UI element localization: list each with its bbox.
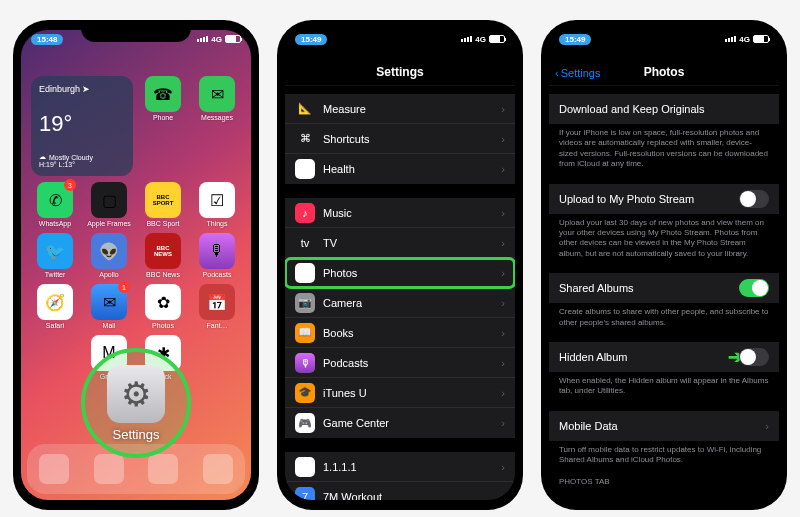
chevron-right-icon: › [501,461,505,473]
row-label: Measure [323,103,501,115]
app-icon: 📅 [199,284,235,320]
row-hidden-album[interactable]: Hidden Album➔ [549,342,779,372]
app-bbc-news[interactable]: BBCNEWSBBC News [139,233,187,278]
app-whatsapp[interactable]: ✆3WhatsApp [31,182,79,227]
cloud-icon: ☁ [39,153,46,161]
app-twitter[interactable]: 🐦Twitter [31,233,79,278]
settings-group: 📐Measure›⌘Shortcuts›❤Health› [285,94,515,184]
app-label: Mail [103,322,116,329]
settings-row-camera[interactable]: 📷Camera› [285,288,515,318]
back-button[interactable]: ‹Settings [555,67,600,79]
status-right: 4G [725,35,769,44]
settings-row-measure[interactable]: 📐Measure› [285,94,515,124]
network-label: 4G [211,35,222,44]
settings-group: Mobile Data› [549,411,779,441]
row-label: Health [323,163,501,175]
settings-row-books[interactable]: 📖Books› [285,318,515,348]
settings-row-podcasts[interactable]: 🎙Podcasts› [285,348,515,378]
notch [81,20,191,42]
app-label: Messages [201,114,233,121]
chevron-right-icon: › [765,420,769,432]
app-label: Apollo [99,271,118,278]
settings-row-shortcuts[interactable]: ⌘Shortcuts› [285,124,515,154]
chevron-right-icon: › [501,267,505,279]
app-label: Phone [153,114,173,121]
row-upload-to-my-photo-stream[interactable]: Upload to My Photo Stream [549,184,779,214]
app-icon: ✉1 [91,284,127,320]
app-messages[interactable]: ✉Messages [193,76,241,176]
row-icon: 📷 [295,293,315,313]
app-things[interactable]: ☑Things [193,182,241,227]
row-label: Books [323,327,501,339]
app-label: WhatsApp [39,220,71,227]
battery-icon [225,35,241,43]
settings-highlight[interactable]: ⚙ Settings [81,348,191,458]
chevron-left-icon: ‹ [555,67,559,79]
settings-row-tv[interactable]: tvTV› [285,228,515,258]
app-icon: ✿ [145,284,181,320]
settings-row-itunes-u[interactable]: 🎓iTunes U› [285,378,515,408]
settings-row-7m-workout[interactable]: 77M Workout› [285,482,515,500]
status-right: 4G [461,35,505,44]
dock-app[interactable] [148,454,178,484]
app-label: Things [206,220,227,227]
app-label: Podcasts [203,271,232,278]
app-label: BBC Sport [146,220,179,227]
chevron-right-icon: › [501,387,505,399]
signal-icon [461,36,472,42]
weather-temp: 19° [39,111,125,137]
weather-location: Edinburgh ➤ [39,84,125,94]
dock-app[interactable] [203,454,233,484]
badge: 1 [118,281,130,293]
toggle-switch[interactable] [739,279,769,297]
row-download-and-keep-originals[interactable]: Download and Keep Originals [549,94,779,124]
toggle-switch[interactable] [739,348,769,366]
chevron-right-icon: › [501,327,505,339]
status-time: 15:48 [31,34,63,45]
chevron-right-icon: › [501,103,505,115]
phone-settings-list: 15:49 4G Settings 📐Measure›⌘Shortcuts›❤H… [277,20,523,510]
app-safari[interactable]: 🧭Safari [31,284,79,329]
notch [345,20,455,42]
app-bbc-sport[interactable]: BBCSPORTBBC Sport [139,182,187,227]
row-label: Music [323,207,501,219]
toggle-switch[interactable] [739,190,769,208]
row-icon: 📐 [295,99,315,119]
row-label: Podcasts [323,357,501,369]
app-apple-frames[interactable]: ▢Apple Frames [85,182,133,227]
battery-icon [753,35,769,43]
row-label: iTunes U [323,387,501,399]
settings-list[interactable]: 📐Measure›⌘Shortcuts›❤Health›♪Music›tvTV›… [285,86,515,500]
settings-label: Settings [113,427,160,442]
row-icon: ⌘ [295,129,315,149]
phone-home: 15:48 4G Edinburgh ➤19°☁Mostly CloudyH:1… [13,20,259,510]
weather-widget[interactable]: Edinburgh ➤19°☁Mostly CloudyH:19° L:13° [31,76,133,176]
app-photos[interactable]: ✿Photos [139,284,187,329]
app-icon: 👽 [91,233,127,269]
row-icon: ❤ [295,159,315,179]
dock-app[interactable] [94,454,124,484]
settings-group: ①1.1.1.1›77M Workout›◉ActivityTracker›◬A… [285,452,515,500]
app-mail[interactable]: ✉1Mail [85,284,133,329]
app-icon: 🐦 [37,233,73,269]
row-label: Download and Keep Originals [559,103,769,115]
photos-settings-list[interactable]: Download and Keep OriginalsIf your iPhon… [549,86,779,500]
settings-row-health[interactable]: ❤Health› [285,154,515,184]
app-apollo[interactable]: 👽Apollo [85,233,133,278]
app-icon: BBCSPORT [145,182,181,218]
settings-row-1-1-1-1[interactable]: ①1.1.1.1› [285,452,515,482]
app-fant-[interactable]: 📅Fant… [193,284,241,329]
settings-row-photos[interactable]: ✿Photos› [285,258,515,288]
app-podcasts[interactable]: 🎙Podcasts [193,233,241,278]
row-icon: 7 [295,487,315,501]
settings-group: ♪Music›tvTV›✿Photos›📷Camera›📖Books›🎙Podc… [285,198,515,438]
app-phone[interactable]: ☎Phone [139,76,187,176]
section-header: PHOTOS TAB [549,465,779,490]
row-icon: 🎙 [295,353,315,373]
settings-row-game-center[interactable]: 🎮Game Center› [285,408,515,438]
row-mobile-data[interactable]: Mobile Data› [549,411,779,441]
settings-row-music[interactable]: ♪Music› [285,198,515,228]
row-label: Hidden Album [559,351,739,363]
dock-app[interactable] [39,454,69,484]
row-shared-albums[interactable]: Shared Albums [549,273,779,303]
